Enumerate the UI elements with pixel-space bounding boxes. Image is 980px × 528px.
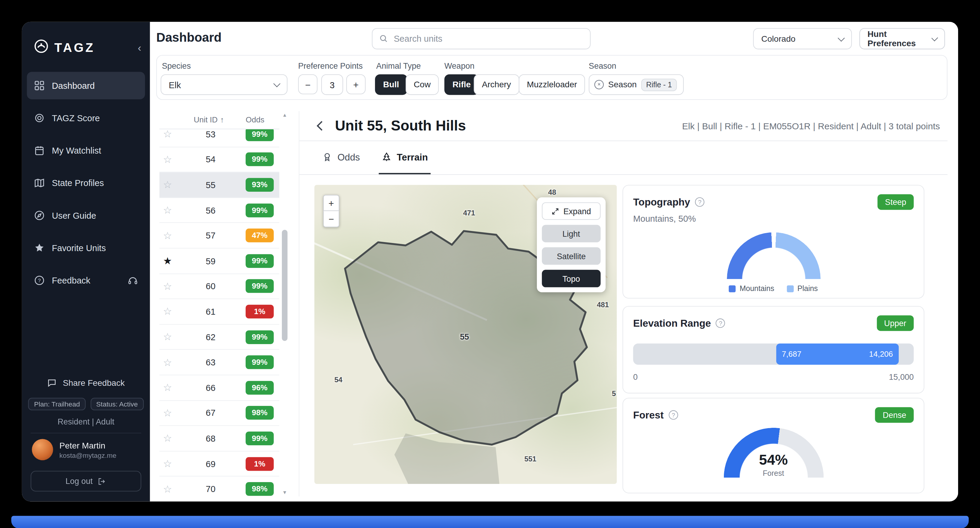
weapon-muzzleloader-button[interactable]: Muzzleloader	[519, 75, 585, 95]
forest-card: Forest ? Dense 54% Forest	[622, 398, 924, 493]
map-icon	[33, 177, 45, 189]
topography-subtitle: Mountains, 50%	[633, 214, 914, 224]
expand-button[interactable]: Expand	[542, 202, 601, 220]
favorite-star-icon[interactable]: ☆	[159, 306, 176, 318]
sidebar-item-favorite-units[interactable]: Favorite Units	[27, 234, 145, 262]
odds-badge: 47%	[246, 228, 274, 243]
status-badge: Status: Active	[91, 398, 143, 411]
mountains-legend-swatch	[729, 285, 736, 292]
sidebar-item-user-guide[interactable]: User Guide	[27, 201, 145, 229]
preference-points-increase-button[interactable]: +	[346, 75, 366, 95]
map-zoom-control: + −	[323, 195, 339, 227]
help-icon[interactable]: ?	[669, 411, 678, 420]
scroll-thumb[interactable]	[282, 230, 288, 341]
sidebar-item-label: User Guide	[52, 210, 96, 220]
preference-points-decrease-button[interactable]: −	[298, 75, 318, 95]
favorite-star-icon[interactable]: ☆	[159, 382, 176, 393]
favorite-star-icon[interactable]: ☆	[159, 230, 176, 241]
table-row[interactable]: ☆ 57 47%	[159, 223, 280, 248]
terrain-map[interactable]: 48 471 481 55 54 551 5 + − Expand	[314, 185, 617, 484]
hunt-preferences-button[interactable]: Hunt Preferences	[859, 28, 945, 49]
table-row[interactable]: ☆ 63 99%	[159, 350, 280, 375]
odds-column-header[interactable]: Odds	[246, 116, 264, 124]
table-row[interactable]: ☆ 67 98%	[159, 401, 280, 426]
favorite-star-icon[interactable]: ☆	[159, 432, 176, 444]
scroll-up-icon[interactable]: ▲	[281, 113, 289, 118]
table-row[interactable]: ☆ 54 99%	[159, 147, 280, 172]
animal-type-cow-button[interactable]: Cow	[406, 75, 439, 95]
table-row[interactable]: ☆ 66 96%	[159, 375, 280, 401]
elevation-range-bar: 7,687 14,206	[633, 344, 914, 365]
logout-button[interactable]: Log out	[30, 471, 141, 492]
animal-type-bull-button[interactable]: Bull	[375, 75, 407, 95]
layer-topo-button[interactable]: Topo	[542, 270, 601, 287]
star-icon	[33, 243, 45, 254]
help-icon[interactable]: ?	[695, 197, 705, 207]
state-select[interactable]: Colorado	[753, 28, 852, 49]
favorite-star-icon[interactable]: ☆	[159, 483, 176, 495]
sidebar-item-state-profiles[interactable]: State Profiles	[27, 169, 145, 197]
zoom-out-button[interactable]: −	[323, 211, 339, 227]
back-icon[interactable]	[317, 121, 326, 130]
favorite-star-icon[interactable]: ☆	[159, 154, 176, 166]
user-profile[interactable]: Peter Martin kosta@mytagz.me	[32, 439, 142, 460]
remove-x-glyph: ×	[598, 82, 601, 87]
sidebar-item-tagz-score[interactable]: TAGZ Score	[27, 105, 145, 132]
tab-odds[interactable]: Odds	[320, 140, 363, 174]
odds-badge: 99%	[246, 203, 274, 217]
table-row[interactable]: ☆ 53 99%	[159, 129, 280, 147]
species-select[interactable]: Elk	[161, 75, 288, 95]
favorite-star-icon[interactable]: ★	[159, 255, 176, 267]
layer-light-button[interactable]: Light	[542, 225, 601, 242]
favorite-star-icon[interactable]: ☆	[159, 458, 176, 470]
odds-badge: 99%	[246, 254, 274, 268]
unit-id: 59	[176, 256, 246, 266]
scroll-down-icon[interactable]: ▼	[281, 490, 289, 495]
elevation-badge: Upper	[877, 315, 914, 331]
table-row[interactable]: ☆ 68 99%	[159, 426, 280, 451]
topography-legend: Mountains Plains	[633, 284, 914, 293]
odds-badge: 99%	[246, 129, 274, 141]
favorite-star-icon[interactable]: ☆	[159, 179, 176, 191]
weapon-archery-button[interactable]: Archery	[474, 75, 519, 95]
unit-id: 67	[176, 408, 246, 418]
preference-points-value[interactable]: 3	[321, 75, 343, 95]
favorite-star-icon[interactable]: ☆	[159, 280, 176, 292]
table-row[interactable]: ☆ 70 98%	[159, 477, 280, 496]
zoom-in-button[interactable]: +	[323, 195, 339, 211]
sidebar-collapse-icon[interactable]: ‹	[138, 42, 142, 53]
unit-id-column-header[interactable]: Unit ID ↑	[194, 116, 224, 124]
unit-id: 61	[176, 307, 246, 317]
layer-satellite-button[interactable]: Satellite	[542, 247, 601, 265]
season-tag[interactable]: Rifle - 1	[641, 78, 677, 91]
favorite-star-icon[interactable]: ☆	[159, 129, 176, 140]
favorite-star-icon[interactable]: ☆	[159, 204, 176, 216]
table-row[interactable]: ☆ 60 99%	[159, 274, 280, 299]
sidebar-item-label: Feedback	[52, 275, 91, 285]
sidebar-item-my-watchlist[interactable]: My Watchlist	[27, 137, 145, 164]
favorite-star-icon[interactable]: ☆	[159, 407, 176, 419]
table-row[interactable]: ☆ 56 99%	[159, 198, 280, 223]
help-icon[interactable]: ?	[716, 319, 725, 328]
share-feedback-button[interactable]: Share Feedback	[22, 378, 150, 388]
sidebar-item-feedback[interactable]: ? Feedback	[27, 267, 145, 294]
season-filter-chip[interactable]: × Season Rifle - 1	[589, 75, 684, 95]
table-row[interactable]: ☆ 61 1%	[159, 299, 280, 325]
table-row[interactable]: ☆ 62 99%	[159, 325, 280, 350]
sidebar-item-dashboard[interactable]: Dashboard	[27, 72, 145, 99]
table-row[interactable]: ☆ 55 93%	[159, 173, 280, 198]
scrollbar[interactable]: ▲ ▼	[281, 111, 289, 496]
table-row[interactable]: ★ 59 99%	[159, 248, 280, 274]
map-label: 471	[463, 209, 475, 217]
share-feedback-label: Share Feedback	[63, 378, 125, 387]
favorite-star-icon[interactable]: ☆	[159, 357, 176, 368]
unit-id: 63	[176, 357, 246, 367]
table-row[interactable]: ☆ 69 1%	[159, 451, 280, 477]
elevation-range-fill[interactable]: 7,687 14,206	[776, 344, 898, 365]
svg-text:?: ?	[38, 277, 41, 284]
remove-season-icon[interactable]: ×	[595, 80, 604, 89]
tab-terrain[interactable]: Terrain	[379, 140, 430, 174]
odds-badge: 1%	[246, 305, 274, 319]
favorite-star-icon[interactable]: ☆	[159, 331, 176, 343]
search-input[interactable]	[372, 28, 591, 49]
